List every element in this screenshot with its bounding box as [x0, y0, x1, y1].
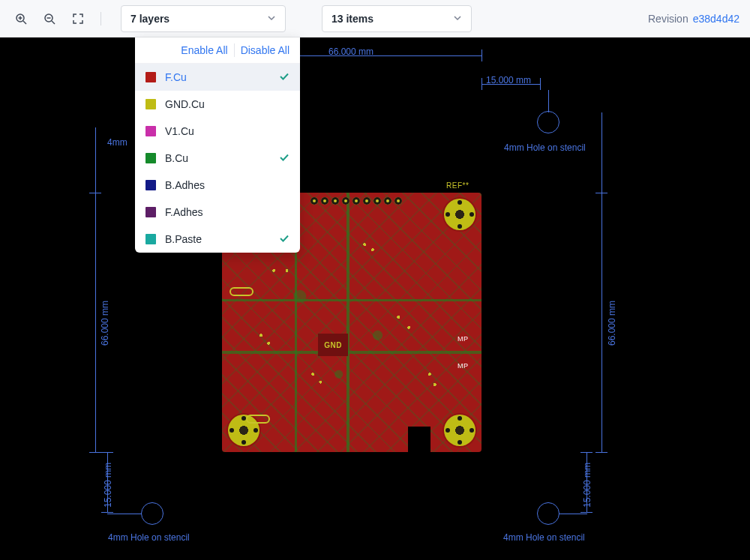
- dimension-left-66: 66.000 mm: [100, 301, 110, 346]
- layer-row[interactable]: F.Adhes: [135, 199, 300, 226]
- silkscreen-mp2: MP: [458, 362, 469, 370]
- layer-row[interactable]: V1.Cu: [135, 118, 300, 145]
- svg-line-5: [52, 21, 55, 24]
- disable-all-link[interactable]: Disable All: [241, 44, 290, 56]
- layer-color-swatch: [146, 207, 156, 217]
- check-icon: [279, 71, 290, 84]
- items-dropdown-label: 13 items: [332, 13, 374, 25]
- dimension-bl-15: 15.000 mm: [103, 463, 113, 508]
- layer-name-label: F.Cu: [165, 71, 270, 83]
- check-icon: [279, 233, 290, 246]
- silkscreen-mp1: MP: [458, 335, 469, 343]
- layer-color-swatch: [146, 126, 156, 136]
- dimension-br-15: 15.000 mm: [582, 463, 592, 508]
- revision-label: Revision: [648, 13, 688, 25]
- svg-line-1: [23, 21, 26, 24]
- separator: [234, 43, 235, 57]
- zoom-in-button[interactable]: [10, 8, 32, 29]
- layer-name-label: V1.Cu: [165, 125, 290, 137]
- hole-label-bl: 4mm Hole on stencil: [108, 532, 190, 543]
- items-dropdown[interactable]: 13 items: [322, 5, 472, 32]
- chevron-down-icon: [453, 13, 462, 25]
- dimension-right-66: 66.000 mm: [607, 301, 617, 346]
- layer-color-swatch: [146, 180, 156, 190]
- check-icon: [279, 152, 290, 165]
- revision-hash-link[interactable]: e38d4d42: [693, 13, 740, 25]
- silkscreen-ref: REF**: [446, 181, 469, 190]
- layer-row[interactable]: F.Cu: [135, 64, 300, 91]
- separator: [100, 12, 101, 25]
- layer-name-label: F.Adhes: [165, 206, 290, 218]
- fit-screen-button[interactable]: [68, 8, 88, 29]
- pcb-canvas: 66.000 mm 15.000 mm 4mm Hole on stencil …: [0, 37, 750, 560]
- silkscreen-gnd: GND: [324, 341, 342, 349]
- revision-display: Revision e38d4d42: [648, 13, 740, 25]
- layer-color-swatch: [146, 72, 156, 82]
- layer-name-label: B.Adhes: [165, 179, 290, 191]
- layer-name-label: B.Paste: [165, 233, 270, 245]
- hole-label-tr: 4mm Hole on stencil: [504, 142, 586, 153]
- zoom-out-button[interactable]: [39, 8, 60, 29]
- layer-name-label: B.Cu: [165, 152, 270, 164]
- pcb-viewport[interactable]: 66.000 mm 15.000 mm 4mm Hole on stencil …: [0, 37, 750, 560]
- dimension-left-4mm: 4mm: [107, 137, 128, 148]
- layer-row[interactable]: GND.Cu: [135, 91, 300, 118]
- dimension-top-66: 66.000 mm: [328, 46, 374, 57]
- layer-color-swatch: [146, 99, 156, 109]
- top-toolbar: 7 layers 13 items Revision e38d4d42: [0, 0, 750, 37]
- layer-name-label: GND.Cu: [165, 98, 290, 110]
- layer-color-swatch: [146, 234, 156, 244]
- hole-label-br: 4mm Hole on stencil: [503, 532, 585, 543]
- layer-row[interactable]: B.Cu: [135, 145, 300, 172]
- layers-dropdown-label: 7 layers: [130, 13, 170, 25]
- dimension-tr-15: 15.000 mm: [486, 75, 531, 85]
- layer-color-swatch: [146, 153, 156, 163]
- layers-dropdown[interactable]: 7 layers: [121, 5, 286, 32]
- layer-row[interactable]: B.Adhes: [135, 172, 300, 199]
- layer-row[interactable]: B.Paste: [135, 226, 300, 253]
- layers-dropdown-panel: Enable All Disable All F.CuGND.CuV1.CuB.…: [135, 37, 300, 253]
- chevron-down-icon: [267, 13, 276, 25]
- enable-all-link[interactable]: Enable All: [181, 44, 227, 56]
